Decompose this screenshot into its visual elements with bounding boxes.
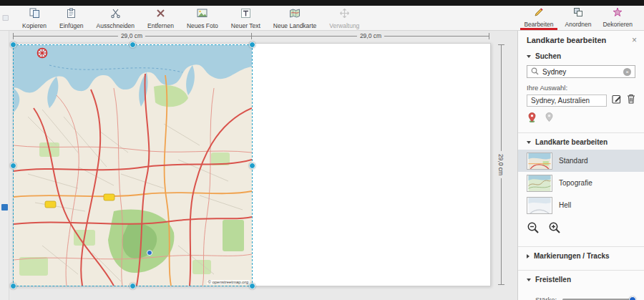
map-style-standard[interactable]: Standard [518, 150, 644, 172]
map-image [14, 45, 252, 286]
pencil-icon [534, 7, 544, 20]
clipped-toolbar-item [0, 6, 9, 30]
sidebar-tool-icon[interactable] [1, 204, 8, 211]
zoom-out-icon[interactable] [527, 221, 540, 237]
canvas-area[interactable]: 29,0 cm 29,0 cm 29,0 cm [9, 31, 517, 300]
decorate-icon [613, 7, 623, 20]
panel-title: Landkarte bearbeiten [527, 36, 606, 44]
map-object[interactable]: © openstreetmap.org [14, 45, 252, 286]
map-style-topografie[interactable]: Topografie [518, 172, 644, 194]
selection-handle-top-left[interactable] [10, 42, 16, 48]
zoom-in-icon[interactable] [548, 221, 561, 237]
compass-rotate-icon[interactable] [36, 47, 48, 62]
search-value: Sydney [542, 68, 620, 76]
toolbar-item-label: Neues Foto [187, 22, 218, 29]
section-landkarte-bearbeiten[interactable]: Landkarte bearbeiten [518, 133, 644, 150]
remove-icon [155, 8, 166, 21]
section-label: Markierungen / Tracks [534, 252, 610, 260]
selection-handle-bottom-right[interactable] [249, 283, 255, 289]
section-suchen[interactable]: Suchen [518, 47, 644, 64]
zoom-controls [518, 216, 644, 240]
toolbar-item-label: Neuer Text [231, 22, 260, 29]
mode-tabs: Bearbeiten Anordnen Dekorieren [518, 6, 638, 30]
chevron-down-icon [527, 55, 531, 58]
tab-anordnen[interactable]: Anordnen [560, 6, 597, 30]
edit-icon[interactable] [612, 94, 622, 107]
selection-handle-middle-right[interactable] [249, 163, 255, 169]
album-page[interactable]: © openstreetmap.org [13, 43, 491, 286]
toolbar-item-kopieren[interactable]: Kopieren [16, 6, 53, 30]
map-pin-icon[interactable] [527, 112, 537, 126]
tab-dekorieren[interactable]: Dekorieren [597, 6, 638, 30]
clipped-icon [0, 13, 9, 23]
tab-bearbeiten[interactable]: Bearbeiten [518, 6, 559, 30]
map-pin-icon-disabled [544, 112, 555, 126]
tab-label: Anordnen [565, 21, 592, 28]
chevron-right-icon [527, 254, 530, 258]
toolbar-item-neues-foto[interactable]: Neues Foto [180, 6, 225, 30]
map-style-thumbnail [527, 175, 552, 192]
toolbar-item-label: Entfernen [147, 22, 174, 29]
selection-handle-bottom-left[interactable] [10, 283, 16, 289]
ruler-label-right: 29,0 cm [357, 32, 384, 40]
toolbar-item-neue-landkarte[interactable]: Neue Landkarte [267, 6, 323, 30]
arrange-icon [573, 7, 583, 20]
section-freistellen[interactable]: Freistellen [518, 271, 644, 287]
selection-handle-top-right[interactable] [249, 42, 255, 48]
toolbar-item-label: Verwaltung [329, 22, 359, 29]
strength-control: Stärke: [518, 287, 644, 300]
map-copyright: © openstreetmap.org [207, 280, 250, 284]
toolbar-item-einfuegen[interactable]: Einfügen [53, 6, 90, 30]
move-icon [339, 8, 350, 21]
toolbar-item-label: Einfügen [59, 22, 84, 29]
toolbar-item-label: Ausschneiden [97, 22, 135, 29]
map-style-label: Hell [559, 201, 571, 209]
strength-slider-knob[interactable] [629, 296, 636, 300]
map-style-label: Topografie [559, 179, 592, 187]
left-sidebar [0, 31, 9, 300]
toolbar-items: Kopieren Einfügen Ausschneiden Entfernen… [16, 6, 366, 30]
chevron-down-icon [527, 141, 531, 144]
new-text-icon [240, 8, 251, 21]
ruler-label-left: 29,0 cm [118, 32, 145, 40]
strength-label: Stärke: [535, 296, 557, 300]
edit-map-panel: Landkarte bearbeiten × Suchen Sydney × I… [517, 31, 644, 300]
clear-icon[interactable]: × [623, 68, 631, 76]
map-style-thumbnail [527, 197, 552, 214]
main-area: 29,0 cm 29,0 cm 29,0 cm [0, 31, 644, 300]
tab-label: Bearbeiten [524, 21, 553, 28]
selection-handle-bottom-middle[interactable] [130, 283, 136, 289]
map-style-thumbnail [527, 153, 552, 170]
selection-row: Sydney, Australien [527, 94, 635, 107]
selection-value[interactable]: Sydney, Australien [527, 95, 607, 107]
toolbar-item-label: Kopieren [22, 22, 47, 29]
section-markierungen-tracks[interactable]: Markierungen / Tracks [518, 247, 644, 263]
horizontal-ruler: 29,0 cm 29,0 cm [13, 32, 489, 40]
toolbar-item-verwaltung: Verwaltung [323, 6, 366, 30]
section-label: Landkarte bearbeiten [535, 138, 608, 146]
toolbar-item-ausschneiden[interactable]: Ausschneiden [90, 6, 141, 30]
section-label: Freistellen [535, 276, 571, 284]
vertical-ruler: 29,0 cm [497, 44, 507, 285]
map-style-hell[interactable]: Hell [518, 194, 644, 216]
toolbar-item-label: Neue Landkarte [273, 22, 317, 29]
map-style-label: Standard [559, 157, 588, 165]
selection-label: Ihre Auswahl: [527, 84, 635, 92]
close-icon[interactable]: × [632, 37, 637, 44]
app-window: Kopieren Einfügen Ausschneiden Entfernen… [0, 0, 644, 300]
marker-toggle-row [527, 112, 635, 126]
toolbar-item-entfernen[interactable]: Entfernen [141, 6, 180, 30]
ruler-label-vertical: 29,0 cm [497, 151, 504, 178]
new-photo-icon [197, 8, 208, 21]
tab-label: Dekorieren [602, 21, 633, 28]
window-titlebar [0, 0, 644, 6]
selection-handle-middle-left[interactable] [10, 163, 16, 169]
selection-handle-top-middle[interactable] [130, 42, 136, 48]
new-map-icon [289, 8, 301, 21]
scissors-icon [110, 8, 121, 21]
main-toolbar: Kopieren Einfügen Ausschneiden Entfernen… [0, 6, 644, 31]
search-input[interactable]: Sydney × [527, 65, 635, 78]
trash-icon[interactable] [627, 94, 635, 107]
paste-icon [66, 8, 77, 21]
toolbar-item-neuer-text[interactable]: Neuer Text [225, 6, 267, 30]
